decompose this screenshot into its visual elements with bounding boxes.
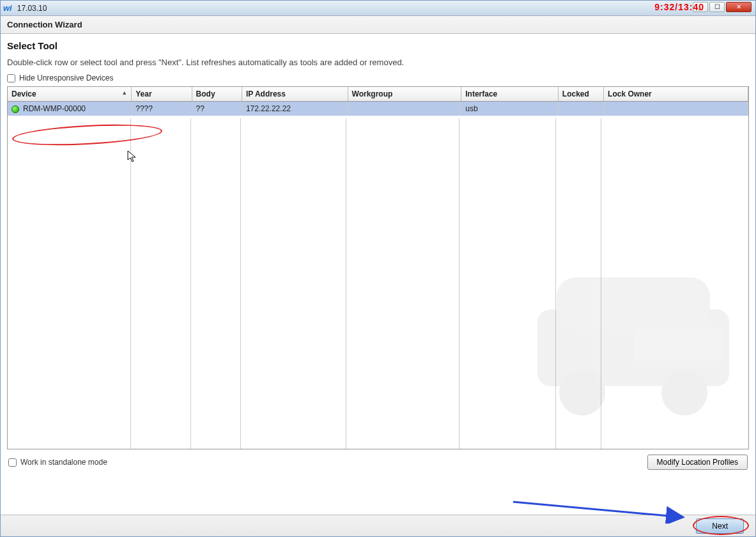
column-header-body[interactable]: Body xyxy=(192,87,242,102)
status-online-icon xyxy=(12,105,19,113)
cell: ???? xyxy=(132,102,192,116)
close-button[interactable]: ✕ xyxy=(726,2,752,12)
grid-lines xyxy=(8,118,748,449)
cell xyxy=(558,102,603,116)
cell: usb xyxy=(461,102,559,116)
titlebar: wi 17.03.10 9:32/13:40 _ ☐ ✕ xyxy=(1,1,755,16)
app-icon: wi xyxy=(3,3,12,13)
device-table: Device▲YearBodyIP AddressWorkgroupInterf… xyxy=(7,86,749,449)
table-header-row: Device▲YearBodyIP AddressWorkgroupInterf… xyxy=(8,87,748,102)
standalone-mode-label: Work in standalone mode xyxy=(20,458,107,467)
sort-ascending-icon: ▲ xyxy=(121,90,127,96)
hide-unresponsive-checkbox-row[interactable]: Hide Unresponsive Devices xyxy=(7,74,749,82)
content-area: Select Tool Double-click row or select t… xyxy=(1,34,755,474)
cell xyxy=(348,102,461,116)
wizard-header: Connection Wizard xyxy=(1,16,755,34)
hide-unresponsive-checkbox[interactable] xyxy=(7,74,15,82)
app-version: 17.03.10 xyxy=(17,4,47,13)
footer-bar: Next xyxy=(1,515,755,536)
modify-location-profiles-button[interactable]: Modify Location Profiles xyxy=(647,455,748,470)
overlay-timestamp: 9:32/13:40 xyxy=(654,2,704,12)
column-header-interface[interactable]: Interface xyxy=(461,87,559,102)
cell: ?? xyxy=(192,102,242,116)
standalone-mode-checkbox[interactable] xyxy=(8,458,17,467)
column-header-ip-address[interactable]: IP Address xyxy=(242,87,348,102)
section-title: Select Tool xyxy=(7,40,749,51)
column-header-lock-owner[interactable]: Lock Owner xyxy=(604,87,748,102)
maximize-button[interactable]: ☐ xyxy=(709,2,725,12)
cell xyxy=(604,102,748,116)
cell: RDM-WMP-00000 xyxy=(8,102,132,116)
instruction-text: Double-click row or select tool and pres… xyxy=(7,58,749,67)
table-row[interactable]: RDM-WMP-00000??????172.22.22.22usb xyxy=(8,102,748,116)
next-button[interactable]: Next xyxy=(696,518,744,534)
cell: 172.22.22.22 xyxy=(242,102,348,116)
column-header-workgroup[interactable]: Workgroup xyxy=(348,87,461,102)
column-header-device[interactable]: Device▲ xyxy=(8,87,132,102)
hide-unresponsive-label: Hide Unresponsive Devices xyxy=(19,74,113,82)
standalone-mode-checkbox-row[interactable]: Work in standalone mode xyxy=(8,458,107,467)
column-header-year[interactable]: Year xyxy=(132,87,192,102)
bottom-row: Work in standalone mode Modify Location … xyxy=(7,455,749,470)
column-header-locked[interactable]: Locked xyxy=(558,87,603,102)
